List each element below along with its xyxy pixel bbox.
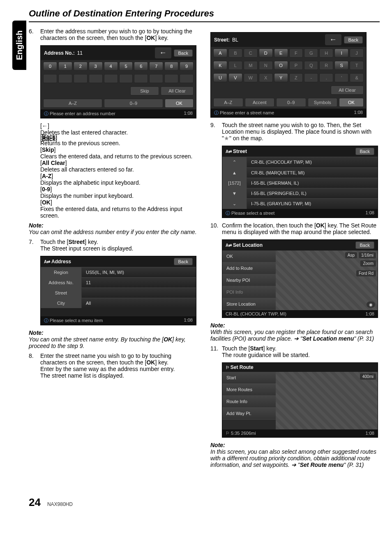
skip-key: Skip (42, 146, 54, 153)
ok-button[interactable]: OK (339, 98, 364, 107)
back-button[interactable]: Back (344, 36, 363, 44)
kbd-key[interactable]: C (244, 49, 258, 58)
kbd-key[interactable]: B (228, 49, 242, 58)
kbd-key[interactable]: T (350, 61, 364, 70)
menu-add-route[interactable]: Add to Route (222, 262, 276, 274)
kbd-key[interactable]: U (213, 73, 227, 82)
keypad-key[interactable]: 5 (119, 62, 133, 71)
status-text: ⚐ 5:35 2606mi (226, 431, 256, 436)
list-item[interactable]: I-55-BL (SPRINGFIELD, IL) (247, 188, 378, 198)
az-tab[interactable]: A–Z (213, 98, 243, 107)
kbd-key[interactable]: W (244, 73, 258, 82)
map-route-preview[interactable]: 400mi (276, 372, 378, 429)
list-item[interactable]: I-55-BL (SHERMAN, IL) (247, 178, 378, 188)
back-button[interactable]: Back (355, 241, 374, 249)
keypad-key[interactable]: 1 (58, 62, 72, 71)
kbd-key[interactable]: N (259, 61, 273, 70)
keypad-key[interactable]: 4 (104, 62, 118, 71)
map-preview[interactable]: Asp 1/16mi Zoom Ford Rd ◉ (276, 251, 378, 310)
scroll-up-icon[interactable]: ▲ (222, 168, 247, 178)
skip-button[interactable]: Skip (130, 86, 159, 95)
kbd-key[interactable]: Q (304, 61, 318, 70)
num-key: 0-9 (42, 186, 50, 193)
kbd-key[interactable]: E (274, 49, 288, 58)
kbd-key[interactable]: M (244, 61, 258, 70)
kbd-key[interactable]: X (259, 73, 273, 82)
all-clear-button[interactable]: All Clear (331, 86, 364, 95)
kbd-key[interactable]: J (350, 49, 364, 58)
clock: 1:08 (184, 111, 193, 117)
menu-more-routes[interactable]: More Routes (222, 384, 276, 396)
kbd-key[interactable]: K (213, 61, 227, 70)
list-item[interactable]: CR-BL (MARQUETTE, MI) (247, 168, 378, 178)
menu-ok[interactable]: OK (222, 251, 276, 262)
kbd-key[interactable]: ' (334, 73, 348, 82)
kbd-key[interactable]: - (304, 73, 318, 82)
accent-tab[interactable]: Accent (245, 98, 275, 107)
step-text: Confirm the location, then touch the [ (222, 222, 316, 229)
kbd-key[interactable]: A (213, 49, 227, 58)
scroll-top-icon[interactable]: ⌃ (222, 157, 247, 167)
kbd-key[interactable]: R (319, 61, 333, 70)
list-item[interactable]: I-75-BL (GRAYLING TWP, MI) (247, 199, 378, 209)
scroll-down-icon[interactable]: ▼ (222, 188, 247, 198)
symbols-tab[interactable]: Symbols (308, 98, 338, 107)
kbd-key[interactable]: G (304, 49, 318, 58)
clock: 1:08 (366, 431, 374, 436)
step-number: 9. (210, 122, 222, 141)
note-body: In this screen, you can also select amon… (210, 448, 380, 468)
kbd-key[interactable]: D (259, 49, 273, 58)
keypad-key[interactable]: 7 (149, 62, 163, 71)
step-6: 6. Enter the address number you wish to … (29, 28, 198, 41)
row-label[interactable]: Address No. (41, 278, 82, 288)
page-number: 24 (29, 496, 41, 509)
row-value: US5(IL, IN, MI, WI) (82, 267, 196, 277)
step-text: ] key. (263, 345, 276, 352)
menu-nearby-poi[interactable]: Nearby POI (222, 274, 276, 286)
kbd-key[interactable]: S (334, 61, 348, 70)
row-label[interactable]: Street (41, 288, 82, 298)
menu-add-waypoint[interactable]: Add Way Pt. (222, 408, 276, 420)
kbd-key[interactable]: . (319, 73, 333, 82)
keypad-key[interactable]: 8 (164, 62, 178, 71)
ok-button[interactable]: OK (165, 99, 194, 108)
language-tab: English (12, 21, 26, 70)
num-tab[interactable]: 0–9 (276, 98, 306, 107)
list-item[interactable]: CR-BL (CHOCOLAY TWP, MI) (247, 157, 378, 167)
num-tab[interactable]: 0–9 (104, 99, 163, 108)
all-clear-button[interactable]: All Clear (161, 86, 194, 95)
kbd-key[interactable]: & (350, 73, 364, 82)
zoom-chip[interactable]: Zoom (360, 260, 376, 267)
kbd-key[interactable]: L (228, 61, 242, 70)
back-key: Back (42, 133, 55, 140)
scroll-bottom-icon[interactable]: ⌄ (222, 199, 247, 209)
star-icon: ★ (224, 135, 229, 141)
kbd-key[interactable]: V (228, 73, 242, 82)
kbd-key[interactable]: F (289, 49, 303, 58)
step-text: ] key. (155, 359, 168, 366)
row-label[interactable]: Region (41, 267, 82, 277)
back-button[interactable]: Back (174, 49, 193, 57)
back-arrow-button[interactable]: ← (325, 34, 341, 45)
menu-start[interactable]: Start (222, 372, 276, 384)
menu-route-info[interactable]: Route Info (222, 396, 276, 408)
kbd-key[interactable]: H (319, 49, 333, 58)
row-label[interactable]: City (41, 298, 82, 308)
keypad-key[interactable]: 6 (134, 62, 148, 71)
back-button[interactable]: Back (355, 148, 374, 155)
kbd-key[interactable]: Y (274, 73, 288, 82)
keypad-key[interactable]: 9 (180, 62, 194, 71)
az-tab[interactable]: A–Z (43, 99, 102, 108)
kbd-key[interactable]: I (334, 49, 348, 58)
kbd-key[interactable]: O (274, 61, 288, 70)
menu-store-location[interactable]: Store Location (222, 298, 276, 310)
menu-poi-info[interactable]: POI Info (222, 286, 276, 298)
back-button[interactable]: Back (174, 258, 193, 265)
back-arrow-button[interactable]: ← (155, 47, 171, 58)
keypad-key[interactable]: 0 (43, 62, 57, 71)
keypad-key[interactable]: 3 (89, 62, 103, 71)
kbd-key[interactable]: Z (289, 73, 303, 82)
compass-icon[interactable]: ◉ (367, 302, 375, 308)
keypad-key[interactable]: 2 (74, 62, 88, 71)
kbd-key[interactable]: P (289, 61, 303, 70)
